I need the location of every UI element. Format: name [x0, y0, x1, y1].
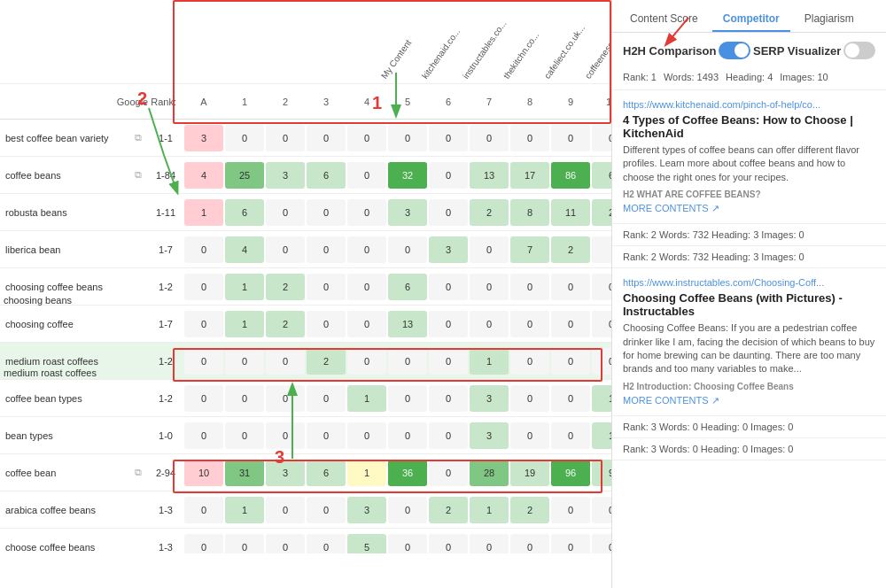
copy-icon[interactable]: ⧉ [128, 132, 148, 143]
data-cell: 2 [266, 274, 305, 300]
rank-stats-1: Rank: 2 Words: 732 Heading: 3 Images: 0 [612, 246, 886, 268]
data-cell: 0 [307, 125, 346, 151]
rank-num-8: 8 [510, 97, 549, 107]
data-cell: 0 [347, 348, 386, 375]
table-row: choose coffee beans1-300005000000 [0, 529, 611, 553]
data-cell: 0 [184, 385, 223, 412]
result-desc: Choosing Coffee Beans: If you are a pede… [623, 321, 875, 376]
rank-cell: 1-0 [148, 430, 183, 441]
data-cell: 4 [225, 236, 264, 263]
choosing-beans-label: choosing beans [0, 282, 167, 319]
data-cell: 0 [266, 534, 305, 554]
copy-icon[interactable]: ⧉ [128, 169, 148, 181]
words-stat: Words: 1493 [664, 72, 719, 82]
keyword-cell: choosing coffee [0, 319, 128, 329]
copy-icon[interactable]: ⧉ [128, 467, 148, 478]
data-cell: 0 [307, 274, 346, 300]
result-h2: H2 Introduction: Choosing Coffee Beans [623, 382, 875, 391]
rank-cell: 1-3 [148, 542, 183, 553]
col-header-2: instructables.co... [449, 1, 488, 85]
data-cells: 4253603201317866 [183, 161, 611, 190]
table-row: bean types1-000000003001 [0, 417, 611, 454]
grid-wrapper: My Contentkitchenaid.co...instructables.… [0, 0, 611, 588]
data-cells: 00005000000 [183, 533, 611, 554]
data-cell: 2 [592, 199, 611, 226]
tab-content-score[interactable]: Content Score [619, 7, 709, 32]
data-cell: 0 [184, 274, 223, 300]
more-contents-button[interactable]: MORE CONTENTS ↗ [623, 203, 875, 214]
result-url[interactable]: https://www.kitchenaid.com/pinch-of-help… [623, 99, 875, 110]
data-cell: 0 [266, 236, 305, 263]
data-cells: 00020001000 [183, 347, 611, 375]
data-cell: 0 [551, 311, 590, 337]
grid-body[interactable]: best coffee bean variety⧉1-130000000000c… [0, 120, 611, 553]
rank-stats-last: Rank: 3 Words: 0 Heading: 0 Images: 0 [612, 438, 886, 460]
data-cell: 1 [470, 497, 509, 523]
data-cell: 0 [266, 348, 305, 375]
data-cell: 3 [266, 460, 305, 486]
data-cell: 0 [347, 162, 386, 189]
col-header-3: thekitchn.co... [490, 1, 529, 85]
rank-num-7: 7 [470, 97, 509, 107]
data-cell: 0 [429, 534, 468, 554]
data-cell: 9 [592, 460, 611, 486]
keyword-cell: bean types [0, 430, 128, 441]
more-contents-button[interactable]: MORE CONTENTS ↗ [623, 395, 875, 406]
data-cell: 0 [225, 534, 264, 554]
result-url[interactable]: https://www.instructables.com/Choosing-C… [623, 277, 875, 288]
data-cell: 0 [470, 274, 509, 300]
data-cell: 2 [470, 199, 509, 226]
result-h2: H2 WHAT ARE COFFEE BEANS? [623, 190, 875, 199]
data-cell: 0 [266, 497, 305, 523]
data-cell: 6 [225, 199, 264, 226]
data-cell: 1 [347, 460, 386, 486]
data-cell: 6 [592, 162, 611, 189]
data-cell: 28 [470, 460, 509, 486]
data-cell: 1 [347, 385, 386, 412]
data-cell: 0 [307, 236, 346, 263]
result-desc: Different types of coffee beans can offe… [623, 143, 875, 184]
data-cell: 0 [510, 274, 549, 300]
data-cell: 2 [429, 497, 468, 523]
data-cell: 2 [510, 497, 549, 523]
data-cell: 0 [307, 497, 346, 523]
data-cell: 0 [184, 348, 223, 375]
serp-label: SERP Visualizer [753, 44, 841, 58]
data-cell: 0 [388, 236, 427, 263]
data-cell: 0 [592, 274, 611, 300]
table-row: coffee bean⧉2-9410313613602819969 [0, 454, 611, 491]
data-cell: 13 [470, 162, 509, 189]
data-cell: 0 [347, 422, 386, 449]
right-panel-content[interactable]: https://www.kitchenaid.com/pinch-of-help… [612, 90, 886, 588]
data-cell: 0 [388, 497, 427, 523]
rank-num-1: 1 [225, 97, 264, 107]
rank-num-9: 9 [551, 97, 590, 107]
h2h-toggle[interactable] [719, 42, 750, 59]
data-cell: 0 [184, 497, 223, 523]
serp-toggle[interactable] [843, 42, 875, 59]
tab-plagiarism[interactable]: Plagiarism [794, 7, 865, 32]
data-cell: 0 [510, 385, 549, 412]
images-stat: Images: 10 [780, 72, 828, 82]
data-cell: 19 [510, 460, 549, 486]
data-cell: 0 [347, 274, 386, 300]
data-cell: 2 [266, 311, 305, 337]
data-cell: 0 [347, 236, 386, 263]
data-cell: 1 [225, 274, 264, 300]
toggle-row: H2H Comparison SERP Visualizer [612, 33, 886, 68]
data-cell: 0 [470, 534, 509, 554]
data-cells: 160003028112 [183, 198, 611, 227]
data-cells: 00001003001 [183, 384, 611, 413]
result-title: 4 Types of Coffee Beans: How to Choose |… [623, 113, 875, 140]
col-header-0: My Content [368, 1, 407, 85]
rank-cell: 1-11 [148, 207, 183, 218]
rank-cell: 1-84 [148, 170, 183, 181]
tab-competitor[interactable]: Competitor [712, 7, 790, 32]
data-cell: 11 [551, 199, 590, 226]
data-cell: 0 [266, 199, 305, 226]
h2h-label: H2H Comparison [623, 44, 716, 58]
col-header-1: kitchenaid.co... [408, 1, 447, 85]
data-cell: 5 [347, 534, 386, 554]
keyword-cell: robusta beans [0, 207, 128, 218]
data-cell: 3 [470, 422, 509, 449]
